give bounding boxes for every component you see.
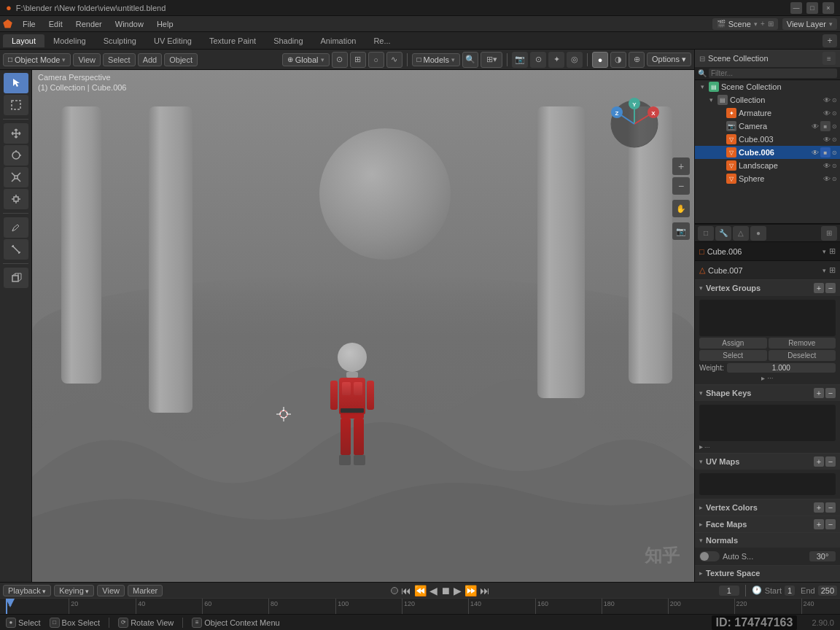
render-mode-btn[interactable]: ⊕ [629,52,645,68]
tree-item-armature[interactable]: ✦ Armature 👁 ⊙ [695,106,840,120]
cube006-extra[interactable]: ■ [820,147,831,158]
sphere-cam[interactable]: ⊙ [832,176,837,182]
gizmo-btn[interactable]: ✦ [548,52,564,68]
sk-minus-btn[interactable]: − [825,388,836,398]
uv-add-btn[interactable]: + [814,456,824,467]
view-dropdown[interactable]: View [97,585,125,596]
vg-select-btn[interactable]: Select [699,350,767,361]
viewport-3d[interactable]: Camera Perspective (1) Collection | Cube… [32,70,694,582]
menu-render[interactable]: Render [70,18,108,30]
tab-sculpting[interactable]: Sculpting [95,34,145,47]
measure-tool[interactable] [4,239,28,260]
play-btn[interactable]: ▶ [454,585,462,596]
snap-options[interactable]: ∿ [386,52,402,68]
object-menu[interactable]: Object [164,53,198,66]
shape-keys-header[interactable]: ▾ Shape Keys + − [695,385,840,401]
vg-minus-btn[interactable]: − [825,283,836,293]
sphere-vis[interactable]: 👁 [823,175,831,183]
cube006-cam[interactable]: ⊙ [832,149,837,156]
camera-extra[interactable]: ■ [820,121,831,131]
start-frame[interactable]: 1 [785,586,795,596]
armature-cam[interactable]: ⊙ [832,110,837,117]
vg-deselect-btn[interactable]: Deselect [769,350,836,361]
timeline-ruler[interactable]: 1 20 40 60 80 100 120 140 160 180 200 22… [0,599,840,614]
transform-tool[interactable] [4,189,28,209]
outliner-filter-btn[interactable]: ≡ [822,52,836,65]
props-icon-object[interactable]: □ [698,226,714,241]
sk-add-btn[interactable]: + [814,388,824,398]
models-selector[interactable]: □ Models ▾ [412,53,461,66]
tree-item-camera[interactable]: 📷 Camera 👁 ■ ⊙ [695,120,840,133]
props-icon-expand[interactable]: ⊞ [821,226,837,241]
status-box-select[interactable]: □ Box Select [50,618,101,628]
proportional-btn[interactable]: ○ [368,52,384,68]
current-frame[interactable]: 1 [719,586,739,596]
navigation-gizmo[interactable]: Y X Z [608,98,661,150]
collection-hide-icon[interactable]: ⊙ [832,97,837,104]
menu-file[interactable]: File [17,18,42,30]
vertex-groups-header[interactable]: ▾ Vertex Groups + − [695,280,840,296]
obj-extra-icon[interactable]: ⊞ [829,246,836,256]
search-btn[interactable]: 🔍 [462,52,478,68]
camera-overlay-btn[interactable]: 📷 [512,52,528,68]
keyframe-dot[interactable] [391,587,398,594]
vg-assign-btn[interactable]: Assign [699,338,767,349]
cube003-vis[interactable]: 👁 [823,136,831,144]
jump-end-btn[interactable]: ⏭ [480,585,490,596]
scene-add-icon[interactable]: + [761,20,765,28]
next-keyframe-btn[interactable]: ⏩ [464,585,477,596]
props-icon-modifier[interactable]: 🔧 [715,226,731,241]
outliner-search-input[interactable] [709,69,837,78]
vg-add-btn[interactable]: + [814,283,824,293]
filter-btn[interactable]: ⊞▾ [481,52,502,68]
tab-modeling[interactable]: Modeling [44,34,95,47]
tab-layout[interactable]: Layout [3,34,44,47]
vc-minus-btn[interactable]: − [825,502,836,513]
menu-edit[interactable]: Edit [43,18,69,30]
auto-smooth-toggle[interactable] [699,551,720,561]
tree-item-cube006[interactable]: ▽ Cube.006 👁 ■ ⊙ [695,146,840,159]
overlay-btn[interactable]: ⊙ [530,52,546,68]
tree-item-cube003[interactable]: ▽ Cube.003 👁 ⊙ [695,133,840,146]
props-icon-data[interactable]: △ [733,226,749,241]
playback-dropdown[interactable]: Playback ▾ [3,585,51,596]
tree-item-landscape[interactable]: ▽ Landscape 👁 ⊙ [695,159,840,172]
tab-re[interactable]: Re... [365,34,399,47]
annotate-tool[interactable] [4,217,28,238]
transform-selector[interactable]: ⊕ Global ▾ [282,53,330,66]
marker-dropdown[interactable]: Marker [128,585,163,596]
select-menu[interactable]: Select [103,53,136,66]
mode-selector[interactable]: □ Object Mode ▾ [3,53,71,66]
end-frame[interactable]: 250 [818,586,837,596]
add-cube-tool[interactable] [4,268,28,288]
pivot-btn[interactable]: ⊙ [332,52,348,68]
add-menu[interactable]: Add [138,53,163,66]
xray-btn[interactable]: ◎ [567,52,583,68]
prev-keyframe-btn[interactable]: ⏪ [414,585,427,596]
uv-maps-header[interactable]: ▾ UV Maps + − [695,454,840,470]
pan-btn[interactable]: ✋ [672,200,690,217]
tree-item-collection[interactable]: ▾ ▤ Collection 👁 ⊙ [695,93,840,106]
menu-window[interactable]: Window [109,18,149,30]
camera-cam[interactable]: ⊙ [832,123,837,130]
collection-vis-icon[interactable]: 👁 [823,96,831,104]
zoom-in-btn[interactable]: + [672,158,690,175]
vg-weight-input[interactable]: 1.000 [727,363,836,373]
stop-btn[interactable]: ⏹ [440,585,451,596]
options-button[interactable]: Options ▾ [647,52,691,66]
armature-vis[interactable]: 👁 [823,109,831,117]
status-select[interactable]: ● Select [6,618,41,628]
camera-view-btn[interactable]: 📷 [672,222,690,240]
menu-help[interactable]: Help [151,18,179,30]
fm-add-btn[interactable]: + [814,519,824,529]
box-select-tool[interactable] [4,95,28,115]
landscape-vis[interactable]: 👁 [823,162,831,170]
uv-minus-btn[interactable]: − [825,456,836,467]
cube006-vis[interactable]: 👁 [812,149,819,157]
cube003-cam[interactable]: ⊙ [832,136,837,143]
texture-space-header[interactable]: ▸ Texture Space [695,566,840,580]
jump-start-btn[interactable]: ⏮ [401,585,411,596]
camera-vis[interactable]: 👁 [812,122,819,131]
tab-uv-editing[interactable]: UV Editing [145,34,201,47]
zoom-out-btn[interactable]: − [672,177,690,195]
